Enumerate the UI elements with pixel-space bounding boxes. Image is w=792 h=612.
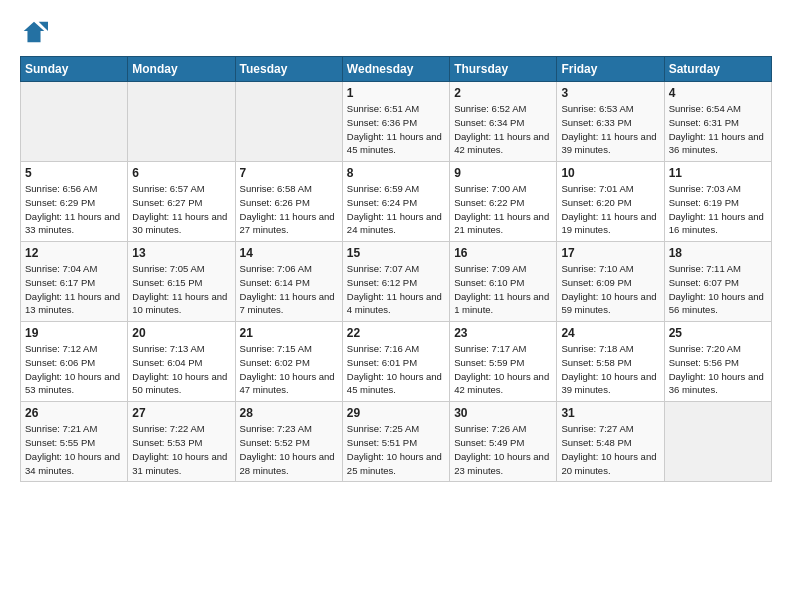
day-cell: 13Sunrise: 7:05 AM Sunset: 6:15 PM Dayli… (128, 242, 235, 322)
calendar-header: SundayMondayTuesdayWednesdayThursdayFrid… (21, 57, 772, 82)
day-number: 26 (25, 406, 123, 420)
week-row-4: 26Sunrise: 7:21 AM Sunset: 5:55 PM Dayli… (21, 402, 772, 482)
day-info: Sunrise: 7:03 AM Sunset: 6:19 PM Dayligh… (669, 182, 767, 237)
day-info: Sunrise: 6:51 AM Sunset: 6:36 PM Dayligh… (347, 102, 445, 157)
day-info: Sunrise: 7:27 AM Sunset: 5:48 PM Dayligh… (561, 422, 659, 477)
day-cell: 23Sunrise: 7:17 AM Sunset: 5:59 PM Dayli… (450, 322, 557, 402)
day-number: 21 (240, 326, 338, 340)
day-number: 22 (347, 326, 445, 340)
day-info: Sunrise: 7:04 AM Sunset: 6:17 PM Dayligh… (25, 262, 123, 317)
day-cell: 29Sunrise: 7:25 AM Sunset: 5:51 PM Dayli… (342, 402, 449, 482)
day-number: 16 (454, 246, 552, 260)
day-number: 13 (132, 246, 230, 260)
page: SundayMondayTuesdayWednesdayThursdayFrid… (0, 0, 792, 494)
header-cell-wednesday: Wednesday (342, 57, 449, 82)
day-cell: 4Sunrise: 6:54 AM Sunset: 6:31 PM Daylig… (664, 82, 771, 162)
day-number: 31 (561, 406, 659, 420)
day-info: Sunrise: 6:57 AM Sunset: 6:27 PM Dayligh… (132, 182, 230, 237)
header-cell-thursday: Thursday (450, 57, 557, 82)
day-info: Sunrise: 7:06 AM Sunset: 6:14 PM Dayligh… (240, 262, 338, 317)
day-cell: 9Sunrise: 7:00 AM Sunset: 6:22 PM Daylig… (450, 162, 557, 242)
day-info: Sunrise: 7:20 AM Sunset: 5:56 PM Dayligh… (669, 342, 767, 397)
day-info: Sunrise: 7:13 AM Sunset: 6:04 PM Dayligh… (132, 342, 230, 397)
day-cell: 2Sunrise: 6:52 AM Sunset: 6:34 PM Daylig… (450, 82, 557, 162)
day-info: Sunrise: 7:10 AM Sunset: 6:09 PM Dayligh… (561, 262, 659, 317)
day-cell: 1Sunrise: 6:51 AM Sunset: 6:36 PM Daylig… (342, 82, 449, 162)
day-number: 4 (669, 86, 767, 100)
day-cell: 3Sunrise: 6:53 AM Sunset: 6:33 PM Daylig… (557, 82, 664, 162)
day-number: 6 (132, 166, 230, 180)
day-cell: 19Sunrise: 7:12 AM Sunset: 6:06 PM Dayli… (21, 322, 128, 402)
day-cell (235, 82, 342, 162)
day-cell: 14Sunrise: 7:06 AM Sunset: 6:14 PM Dayli… (235, 242, 342, 322)
day-cell: 28Sunrise: 7:23 AM Sunset: 5:52 PM Dayli… (235, 402, 342, 482)
logo-icon (20, 18, 48, 46)
day-cell: 7Sunrise: 6:58 AM Sunset: 6:26 PM Daylig… (235, 162, 342, 242)
day-cell: 12Sunrise: 7:04 AM Sunset: 6:17 PM Dayli… (21, 242, 128, 322)
day-number: 25 (669, 326, 767, 340)
day-number: 5 (25, 166, 123, 180)
day-cell: 15Sunrise: 7:07 AM Sunset: 6:12 PM Dayli… (342, 242, 449, 322)
day-number: 8 (347, 166, 445, 180)
week-row-1: 5Sunrise: 6:56 AM Sunset: 6:29 PM Daylig… (21, 162, 772, 242)
day-cell (21, 82, 128, 162)
header-cell-tuesday: Tuesday (235, 57, 342, 82)
logo (20, 18, 52, 46)
day-info: Sunrise: 6:58 AM Sunset: 6:26 PM Dayligh… (240, 182, 338, 237)
day-info: Sunrise: 7:22 AM Sunset: 5:53 PM Dayligh… (132, 422, 230, 477)
day-cell: 5Sunrise: 6:56 AM Sunset: 6:29 PM Daylig… (21, 162, 128, 242)
day-info: Sunrise: 7:23 AM Sunset: 5:52 PM Dayligh… (240, 422, 338, 477)
day-number: 15 (347, 246, 445, 260)
day-cell: 17Sunrise: 7:10 AM Sunset: 6:09 PM Dayli… (557, 242, 664, 322)
day-number: 7 (240, 166, 338, 180)
day-cell (664, 402, 771, 482)
day-number: 24 (561, 326, 659, 340)
day-cell: 11Sunrise: 7:03 AM Sunset: 6:19 PM Dayli… (664, 162, 771, 242)
day-number: 3 (561, 86, 659, 100)
day-cell: 18Sunrise: 7:11 AM Sunset: 6:07 PM Dayli… (664, 242, 771, 322)
header-cell-friday: Friday (557, 57, 664, 82)
day-cell: 26Sunrise: 7:21 AM Sunset: 5:55 PM Dayli… (21, 402, 128, 482)
calendar-table: SundayMondayTuesdayWednesdayThursdayFrid… (20, 56, 772, 482)
day-cell: 27Sunrise: 7:22 AM Sunset: 5:53 PM Dayli… (128, 402, 235, 482)
header-cell-saturday: Saturday (664, 57, 771, 82)
day-number: 10 (561, 166, 659, 180)
day-info: Sunrise: 7:21 AM Sunset: 5:55 PM Dayligh… (25, 422, 123, 477)
day-cell: 21Sunrise: 7:15 AM Sunset: 6:02 PM Dayli… (235, 322, 342, 402)
day-cell: 22Sunrise: 7:16 AM Sunset: 6:01 PM Dayli… (342, 322, 449, 402)
day-number: 27 (132, 406, 230, 420)
day-info: Sunrise: 7:07 AM Sunset: 6:12 PM Dayligh… (347, 262, 445, 317)
day-number: 17 (561, 246, 659, 260)
day-number: 28 (240, 406, 338, 420)
day-number: 14 (240, 246, 338, 260)
day-info: Sunrise: 7:12 AM Sunset: 6:06 PM Dayligh… (25, 342, 123, 397)
day-cell: 6Sunrise: 6:57 AM Sunset: 6:27 PM Daylig… (128, 162, 235, 242)
day-cell: 8Sunrise: 6:59 AM Sunset: 6:24 PM Daylig… (342, 162, 449, 242)
day-cell: 20Sunrise: 7:13 AM Sunset: 6:04 PM Dayli… (128, 322, 235, 402)
day-number: 23 (454, 326, 552, 340)
day-number: 1 (347, 86, 445, 100)
day-info: Sunrise: 7:01 AM Sunset: 6:20 PM Dayligh… (561, 182, 659, 237)
day-info: Sunrise: 7:05 AM Sunset: 6:15 PM Dayligh… (132, 262, 230, 317)
day-info: Sunrise: 6:56 AM Sunset: 6:29 PM Dayligh… (25, 182, 123, 237)
day-cell (128, 82, 235, 162)
day-cell: 24Sunrise: 7:18 AM Sunset: 5:58 PM Dayli… (557, 322, 664, 402)
day-cell: 31Sunrise: 7:27 AM Sunset: 5:48 PM Dayli… (557, 402, 664, 482)
week-row-0: 1Sunrise: 6:51 AM Sunset: 6:36 PM Daylig… (21, 82, 772, 162)
day-info: Sunrise: 7:17 AM Sunset: 5:59 PM Dayligh… (454, 342, 552, 397)
day-cell: 16Sunrise: 7:09 AM Sunset: 6:10 PM Dayli… (450, 242, 557, 322)
day-number: 29 (347, 406, 445, 420)
day-info: Sunrise: 7:00 AM Sunset: 6:22 PM Dayligh… (454, 182, 552, 237)
day-number: 2 (454, 86, 552, 100)
header (20, 18, 772, 46)
day-number: 12 (25, 246, 123, 260)
day-number: 11 (669, 166, 767, 180)
header-row: SundayMondayTuesdayWednesdayThursdayFrid… (21, 57, 772, 82)
day-info: Sunrise: 7:15 AM Sunset: 6:02 PM Dayligh… (240, 342, 338, 397)
day-cell: 30Sunrise: 7:26 AM Sunset: 5:49 PM Dayli… (450, 402, 557, 482)
day-info: Sunrise: 7:25 AM Sunset: 5:51 PM Dayligh… (347, 422, 445, 477)
day-info: Sunrise: 7:11 AM Sunset: 6:07 PM Dayligh… (669, 262, 767, 317)
day-info: Sunrise: 7:16 AM Sunset: 6:01 PM Dayligh… (347, 342, 445, 397)
day-info: Sunrise: 6:53 AM Sunset: 6:33 PM Dayligh… (561, 102, 659, 157)
day-number: 9 (454, 166, 552, 180)
